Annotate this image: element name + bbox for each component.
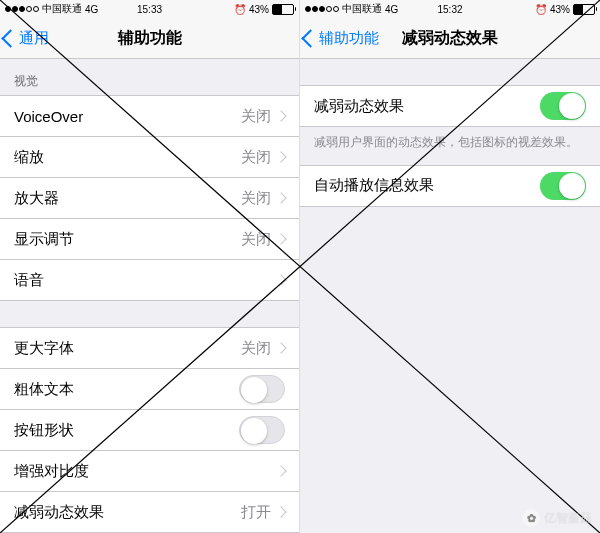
row-reduce-motion-toggle[interactable]: 减弱动态效果 (300, 85, 600, 127)
clock-label: 15:32 (300, 4, 600, 15)
row-bold-text[interactable]: 粗体文本 (0, 369, 299, 410)
back-button[interactable]: 通用 (0, 29, 49, 48)
back-label: 辅助功能 (319, 29, 379, 48)
row-label: 显示调节 (14, 230, 74, 249)
row-autoplay-msg-effects[interactable]: 自动播放信息效果 (300, 165, 600, 207)
row-magnifier[interactable]: 放大器 关闭 (0, 178, 299, 219)
row-label: 自动播放信息效果 (314, 176, 434, 195)
row-speech[interactable]: 语音 (0, 260, 299, 301)
row-value: 关闭 (241, 339, 271, 358)
battery-icon (272, 4, 294, 15)
chevron-right-icon (275, 274, 286, 285)
row-label: VoiceOver (14, 108, 83, 125)
chevron-left-icon (1, 29, 19, 47)
battery-icon (573, 4, 595, 15)
nav-bar: 通用 辅助功能 (0, 18, 299, 59)
chevron-right-icon (275, 151, 286, 162)
row-value: 关闭 (241, 107, 271, 126)
row-value: 打开 (241, 503, 271, 522)
back-label: 通用 (19, 29, 49, 48)
status-bar: 中国联通 4G 15:32 ⏰ 43% (300, 0, 600, 18)
row-label: 增强对比度 (14, 462, 89, 481)
row-value: 关闭 (241, 148, 271, 167)
row-label: 放大器 (14, 189, 59, 208)
row-reduce-motion[interactable]: 减弱动态效果 打开 (0, 492, 299, 533)
reduce-motion-switch[interactable] (540, 92, 586, 120)
chevron-right-icon (275, 506, 286, 517)
phone-left: 中国联通 4G 15:33 ⏰ 43% 通用 辅助功能 视觉 VoiceOver… (0, 0, 300, 533)
status-bar: 中国联通 4G 15:33 ⏰ 43% (0, 0, 299, 18)
row-value: 关闭 (241, 230, 271, 249)
row-label: 按钮形状 (14, 421, 74, 440)
autoplay-effects-switch[interactable] (540, 172, 586, 200)
row-label: 缩放 (14, 148, 44, 167)
chevron-right-icon (275, 342, 286, 353)
chevron-right-icon (275, 110, 286, 121)
button-shapes-switch[interactable] (239, 416, 285, 444)
chevron-left-icon (301, 29, 319, 47)
row-label: 更大字体 (14, 339, 74, 358)
row-voiceover[interactable]: VoiceOver 关闭 (0, 95, 299, 137)
chevron-right-icon (275, 192, 286, 203)
row-label: 减弱动态效果 (314, 97, 404, 116)
nav-bar: 辅助功能 减弱动态效果 (300, 18, 600, 59)
phone-right: 中国联通 4G 15:32 ⏰ 43% 辅助功能 减弱动态效果 减弱动态效果 (300, 0, 600, 533)
footer-note: 减弱用户界面的动态效果，包括图标的视差效果。 (300, 127, 600, 165)
back-button[interactable]: 辅助功能 (300, 29, 379, 48)
chevron-right-icon (275, 465, 286, 476)
row-value: 关闭 (241, 189, 271, 208)
row-zoom[interactable]: 缩放 关闭 (0, 137, 299, 178)
row-label: 粗体文本 (14, 380, 74, 399)
row-increase-contrast[interactable]: 增强对比度 (0, 451, 299, 492)
section-header: 视觉 (0, 59, 299, 95)
row-display[interactable]: 显示调节 关闭 (0, 219, 299, 260)
chevron-right-icon (275, 233, 286, 244)
row-label: 语音 (14, 271, 44, 290)
bold-text-switch[interactable] (239, 375, 285, 403)
clock-label: 15:33 (0, 4, 299, 15)
row-label: 减弱动态效果 (14, 503, 104, 522)
row-larger-text[interactable]: 更大字体 关闭 (0, 327, 299, 369)
row-button-shapes[interactable]: 按钮形状 (0, 410, 299, 451)
